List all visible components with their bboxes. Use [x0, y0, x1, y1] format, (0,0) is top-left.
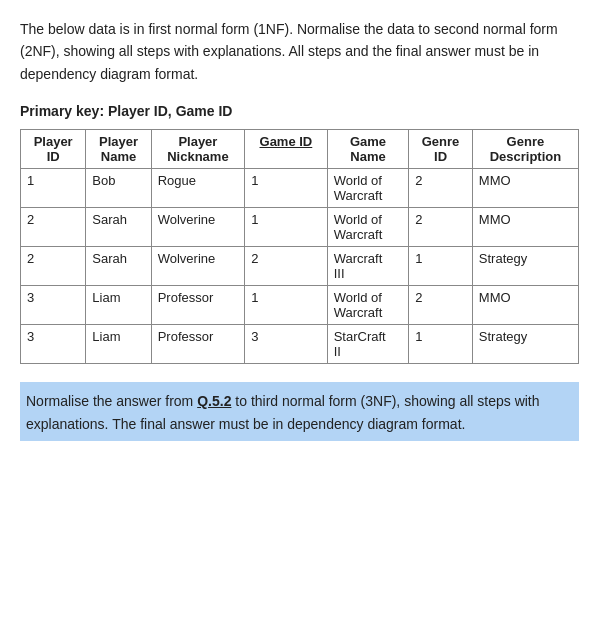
col-header-game-id: Game ID	[245, 130, 328, 169]
col-header-player-name: PlayerName	[86, 130, 151, 169]
intro-paragraph: The below data is in first normal form (…	[20, 18, 579, 85]
table-cell: MMO	[472, 169, 578, 208]
table-cell: StarCraftII	[327, 325, 409, 364]
data-table: PlayerID PlayerName PlayerNickname Game …	[20, 129, 579, 364]
table-cell: 1	[409, 325, 473, 364]
table-cell: Liam	[86, 286, 151, 325]
highlight-before: Normalise the answer from	[26, 393, 197, 409]
col-header-player-nickname: PlayerNickname	[151, 130, 244, 169]
table-cell: 2	[409, 286, 473, 325]
col-header-player-id: PlayerID	[21, 130, 86, 169]
table-cell: 1	[245, 286, 328, 325]
table-cell: Sarah	[86, 247, 151, 286]
table-row: 1BobRogue1World ofWarcraft2MMO	[21, 169, 579, 208]
table-cell: WarcraftIII	[327, 247, 409, 286]
table-cell: World ofWarcraft	[327, 286, 409, 325]
table-cell: Professor	[151, 286, 244, 325]
table-cell: 2	[409, 169, 473, 208]
table-cell: Strategy	[472, 247, 578, 286]
table-cell: World ofWarcraft	[327, 169, 409, 208]
table-cell: 1	[245, 208, 328, 247]
table-cell: 2	[245, 247, 328, 286]
highlight-section: Normalise the answer from Q.5.2 to third…	[20, 382, 579, 441]
highlight-bold: Q.5.2	[197, 393, 231, 409]
table-cell: Wolverine	[151, 208, 244, 247]
col-header-genre-description: GenreDescription	[472, 130, 578, 169]
table-cell: 2	[409, 208, 473, 247]
table-row: 2SarahWolverine2WarcraftIII1Strategy	[21, 247, 579, 286]
primary-key-label: Primary key: Player ID, Game ID	[20, 103, 579, 119]
table-cell: 1	[245, 169, 328, 208]
table-row: 2SarahWolverine1World ofWarcraft2MMO	[21, 208, 579, 247]
table-cell: MMO	[472, 208, 578, 247]
table-cell: Wolverine	[151, 247, 244, 286]
table-cell: Rogue	[151, 169, 244, 208]
table-cell: World ofWarcraft	[327, 208, 409, 247]
table-cell: 2	[21, 247, 86, 286]
table-row: 3LiamProfessor1World ofWarcraft2MMO	[21, 286, 579, 325]
table-cell: 1	[409, 247, 473, 286]
table-cell: MMO	[472, 286, 578, 325]
col-header-genre-id: GenreID	[409, 130, 473, 169]
table-cell: Strategy	[472, 325, 578, 364]
table-cell: Professor	[151, 325, 244, 364]
table-header-row: PlayerID PlayerName PlayerNickname Game …	[21, 130, 579, 169]
table-cell: 3	[21, 325, 86, 364]
table-cell: 2	[21, 208, 86, 247]
table-row: 3LiamProfessor3StarCraftII1Strategy	[21, 325, 579, 364]
table-cell: 3	[21, 286, 86, 325]
col-header-game-name: GameName	[327, 130, 409, 169]
table-cell: Sarah	[86, 208, 151, 247]
table-cell: 1	[21, 169, 86, 208]
table-cell: Bob	[86, 169, 151, 208]
table-cell: Liam	[86, 325, 151, 364]
table-cell: 3	[245, 325, 328, 364]
